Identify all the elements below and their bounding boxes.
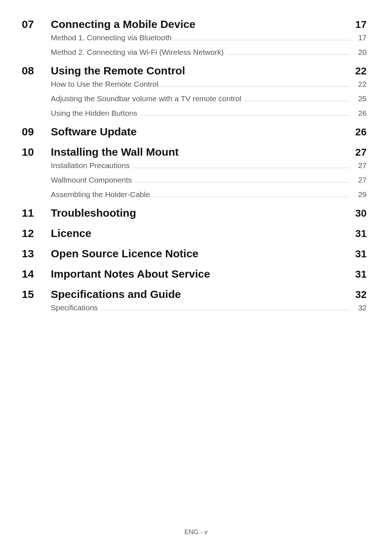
- section-page: 31: [345, 248, 367, 260]
- toc-section: 15Specifications and Guide32Specificatio…: [22, 288, 367, 312]
- subitem-page: 27: [352, 161, 367, 170]
- toc-subitem[interactable]: Installation Precautions27: [22, 161, 367, 170]
- section-page: 32: [345, 289, 367, 301]
- leader-line: [174, 40, 350, 40]
- section-number: 15: [22, 288, 51, 301]
- toc-subitem[interactable]: Adjusting the Soundbar volume with a TV …: [22, 94, 367, 103]
- section-page: 30: [345, 208, 367, 219]
- toc-section-header[interactable]: 10Installing the Wall Mount27: [22, 146, 367, 158]
- toc-section-header[interactable]: 11Troubleshooting30: [22, 207, 367, 219]
- section-number: 09: [22, 126, 51, 138]
- table-of-contents: 07Connecting a Mobile Device17Method 1. …: [22, 18, 367, 312]
- leader-line: [160, 86, 350, 87]
- toc-section-header[interactable]: 08Using the Remote Control22: [22, 65, 367, 77]
- subitem-page: 20: [352, 48, 367, 57]
- toc-section-header[interactable]: 13Open Source Licence Notice31: [22, 248, 367, 260]
- toc-section: 11Troubleshooting30: [22, 207, 367, 219]
- subitem-title: Method 2. Connecting via Wi-Fi (Wireless…: [51, 48, 224, 57]
- section-title: Important Notes About Service: [51, 268, 345, 280]
- section-title: Troubleshooting: [51, 207, 345, 219]
- section-number: 08: [22, 65, 51, 77]
- toc-section: 09Software Update26: [22, 126, 367, 138]
- subitem-page: 29: [352, 190, 367, 199]
- section-title: Installing the Wall Mount: [51, 146, 345, 158]
- toc-section: 14Important Notes About Service31: [22, 268, 367, 280]
- section-number: 14: [22, 268, 51, 280]
- subitem-page: 32: [352, 303, 367, 312]
- section-page: 26: [345, 126, 367, 138]
- leader-line: [139, 115, 350, 116]
- toc-subitem[interactable]: Method 2. Connecting via Wi-Fi (Wireless…: [22, 48, 367, 57]
- toc-section: 12Licence31: [22, 227, 367, 240]
- toc-section-header[interactable]: 15Specifications and Guide32: [22, 288, 367, 301]
- toc-section: 10Installing the Wall Mount27Installatio…: [22, 146, 367, 199]
- section-page: 27: [345, 147, 367, 158]
- toc-subitem[interactable]: Method 1. Connecting via Bluetooth17: [22, 33, 367, 42]
- subitem-page: 25: [352, 94, 367, 103]
- toc-section-header[interactable]: 07Connecting a Mobile Device17: [22, 18, 367, 30]
- toc-section-header[interactable]: 12Licence31: [22, 227, 367, 240]
- toc-section-header[interactable]: 14Important Notes About Service31: [22, 268, 367, 280]
- subitem-title: Specifications: [51, 303, 98, 312]
- subitem-title: Using the Hidden Buttons: [51, 109, 137, 118]
- section-title: Software Update: [51, 126, 345, 138]
- leader-line: [226, 54, 350, 55]
- section-page: 17: [345, 19, 367, 30]
- leader-line: [134, 182, 350, 183]
- toc-subitem[interactable]: Specifications32: [22, 303, 367, 312]
- subitem-page: 27: [352, 176, 367, 184]
- toc-subitem[interactable]: Assembling the Holder-Cable29: [22, 190, 367, 199]
- section-number: 13: [22, 248, 51, 260]
- section-title: Connecting a Mobile Device: [51, 18, 345, 30]
- section-title: Using the Remote Control: [51, 65, 345, 77]
- toc-section: 07Connecting a Mobile Device17Method 1. …: [22, 18, 367, 57]
- toc-section: 08Using the Remote Control22How to Use t…: [22, 65, 367, 118]
- section-title: Licence: [51, 227, 345, 240]
- subitem-title: Adjusting the Soundbar volume with a TV …: [51, 94, 241, 103]
- subitem-page: 17: [352, 33, 367, 42]
- toc-section: 13Open Source Licence Notice31: [22, 248, 367, 260]
- section-title: Specifications and Guide: [51, 288, 345, 301]
- leader-line: [244, 101, 350, 101]
- section-page: 22: [345, 65, 367, 77]
- toc-subitem[interactable]: How to Use the Remote Control22: [22, 80, 367, 89]
- subitem-title: Method 1. Connecting via Bluetooth: [51, 33, 172, 42]
- subitem-title: Installation Precautions: [51, 161, 130, 170]
- subitem-title: How to Use the Remote Control: [51, 80, 158, 89]
- toc-subitem[interactable]: Wallmount Components27: [22, 176, 367, 184]
- subitem-title: Assembling the Holder-Cable: [51, 190, 150, 199]
- toc-subitem[interactable]: Using the Hidden Buttons26: [22, 109, 367, 118]
- section-number: 11: [22, 207, 51, 219]
- leader-line: [132, 168, 350, 168]
- section-number: 10: [22, 146, 51, 158]
- page-footer: ENG - v: [0, 528, 392, 536]
- section-page: 31: [345, 269, 367, 280]
- toc-section-header[interactable]: 09Software Update26: [22, 126, 367, 138]
- subitem-page: 26: [352, 109, 367, 118]
- subitem-title: Wallmount Components: [51, 176, 132, 184]
- leader-line: [100, 310, 350, 310]
- section-number: 07: [22, 18, 51, 30]
- leader-line: [152, 197, 350, 197]
- section-number: 12: [22, 227, 51, 240]
- subitem-page: 22: [352, 80, 367, 89]
- section-page: 31: [345, 228, 367, 240]
- section-title: Open Source Licence Notice: [51, 248, 345, 260]
